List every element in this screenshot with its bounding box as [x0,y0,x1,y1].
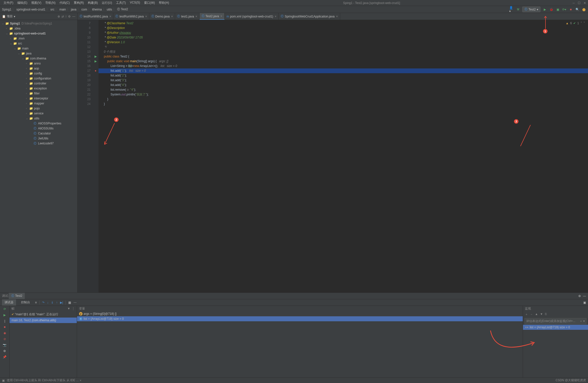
tree-node[interactable]: ›📁anno [0,61,77,66]
tree-node[interactable]: ⌄📁springboot-web-crud1 [0,31,77,36]
variable-row[interactable]: p args = {String[0]@718} [] [77,311,523,316]
watch-row[interactable]: 👓 list = {ArrayList@719} size = 0 [523,325,588,330]
step-into-icon[interactable]: ↓ [47,301,49,304]
breadcrumb-item[interactable]: com [81,8,87,11]
run-config-selector[interactable]: Ⓒ Test2 ▾ [522,6,540,12]
pin-icon[interactable]: 📌 [3,355,7,359]
menu-item[interactable]: 帮助(H) [157,0,171,5]
close-tab-icon[interactable]: × [275,15,276,18]
chevron-up-icon[interactable]: ˄ [580,21,582,25]
menu-item[interactable]: 运行(U) [100,0,114,5]
menu-item[interactable]: 导航(N) [44,0,57,5]
close-tab-icon[interactable]: × [336,15,338,18]
menu-item[interactable]: 代码(C) [58,0,71,5]
chevron-down-icon[interactable]: ˅ [583,21,585,25]
camera-icon[interactable]: 📷 [3,343,7,347]
more-icon[interactable]: ⋮ [72,307,75,310]
copy-icon[interactable]: ⎘ [545,312,547,317]
minimize-icon[interactable]: ─ [572,1,575,5]
project-tree[interactable]: ⌄ 📁 Sping1 D:\IdeaProjects\Sping1 ›📁.ide… [0,20,77,293]
tree-node[interactable]: ›📁.idea [0,26,77,31]
gear-icon[interactable]: ⚙ [578,294,581,298]
menu-item[interactable]: 构建(B) [86,0,99,5]
search-icon[interactable]: 🔍 [575,7,579,12]
breadcrumb-item[interactable]: src [50,8,54,11]
editor-tab[interactable]: Ⓒtest1.java× [175,13,199,20]
threads-icon[interactable]: ≡ [35,301,37,304]
filter-icon[interactable]: ▼ [67,307,70,310]
tree-node[interactable]: ⌄📁utils [0,116,77,121]
watch-expression-input[interactable]: 评估表达式(Enter)或添加监视(Ctrl+... ＋ ▾ [524,318,586,324]
breakpoints-icon[interactable]: ◉ [4,331,6,335]
maximize-icon[interactable]: ☐ [578,1,580,5]
code-area[interactable]: * @ClassName Test2 * @Description * @Aut… [99,20,588,293]
debug-tab-test2[interactable]: Ⓒ Test2 [9,293,25,299]
breadcrumb-item[interactable]: java [71,8,76,11]
step-out-icon[interactable]: ↑ [56,301,58,304]
hammer-icon[interactable]: ⚒ [516,7,520,12]
editor-tab[interactable]: mpom.xml (springboot-web-crud1)× [225,13,279,20]
hide-icon[interactable]: — [583,294,586,298]
tree-root[interactable]: ⌄ 📁 Sping1 D:\IdeaProjects\Sping1 [0,21,77,26]
tree-node[interactable]: ⒸAliOSSUtils [0,126,77,131]
evaluate-icon[interactable]: ▦ [68,301,71,304]
run-icon[interactable]: ▶ [542,7,547,12]
force-step-into-icon[interactable]: ⇓ [51,301,54,304]
more-icon[interactable]: ⋯ [74,301,77,304]
menu-item[interactable]: VCS(S) [128,0,142,5]
settings-icon[interactable]: ⬤ [581,7,586,12]
tree-node[interactable]: ›📁aop [0,66,77,71]
select-opened-icon[interactable]: ⊕ [58,15,60,18]
editor-tab[interactable]: ⒸDemo.java× [149,13,175,20]
close-tab-icon[interactable]: × [196,15,197,18]
editor-tab[interactable]: ⒸtestRunWith2.java× [113,13,149,20]
close-tab-icon[interactable]: × [221,14,222,18]
menu-item[interactable]: 窗口(W) [143,0,156,5]
variable-row[interactable]: ≡ list = {ArrayList@719} size = 0 [77,316,523,321]
breadcrumb-item[interactable]: main [59,8,66,11]
menu-item[interactable]: 文件(F) [2,0,15,5]
breadcrumb-item[interactable]: itheima [92,8,102,11]
console-subtab[interactable]: 控制台 [19,299,33,306]
debugger-subtab[interactable]: 调试器 [2,299,16,306]
tree-node[interactable]: ⌄📁com.itheima [0,56,77,61]
run-to-cursor-icon[interactable]: ▶| [60,301,63,304]
step-over-icon[interactable]: ↷ [42,301,45,304]
tree-node[interactable]: ⒸAliOSSProperties [0,121,77,126]
tree-node[interactable]: ›📁exception [0,86,77,91]
hide-icon[interactable]: — [72,15,75,18]
close-tab-icon[interactable]: × [145,15,147,18]
inspections-widget[interactable]: ▲6 ✔1 ˄ ˅ [565,21,586,25]
tree-node[interactable]: ›📁configuration [0,76,77,81]
coverage-icon[interactable]: ▣ [555,7,560,12]
user-icon[interactable]: 👤▾ [509,7,514,12]
settings-icon[interactable]: ⚙ [3,349,6,353]
tree-node[interactable]: ›📁interceptor [0,96,77,101]
breadcrumb-item[interactable]: utils [107,8,112,11]
editor-tab[interactable]: ⒸSpringbootWebCrud1Application.java× [279,13,340,20]
breadcrumb-item[interactable]: Ⓒ Test2 [117,7,128,11]
tree-node[interactable]: ›📁filter [0,91,77,96]
tree-node[interactable]: ›📁mapper [0,101,77,106]
editor-body[interactable]: 789101112131415161718192021222324 ▶▶● * … [78,20,588,293]
tree-node[interactable]: ›📁.mvn [0,36,77,41]
stop-debug-icon[interactable]: ■ [4,325,6,329]
tree-node[interactable]: ⌄📁main [0,46,77,51]
chevron-down-icon[interactable]: ▾ [14,15,15,18]
pause-icon[interactable]: ‖ [4,319,6,323]
resume-icon[interactable]: ▶ [4,313,6,317]
profile-icon[interactable]: ⟳▾ [562,7,566,12]
tree-node[interactable]: ⒸLeetcode97 [0,141,77,146]
gear-icon[interactable]: ⚙ [68,15,71,18]
layout-icon[interactable]: ▣ [583,301,586,304]
editor-tab[interactable]: ⒸtestRunWith1.java× [78,13,113,20]
collapse-icon[interactable]: ⁞ [66,15,67,18]
tree-node[interactable]: ⌄📁java [0,51,77,56]
tree-node[interactable]: ⒸJwtUtils [0,136,77,141]
tree-node[interactable]: ›📁pojo [0,106,77,111]
menu-item[interactable]: 视图(V) [30,0,43,5]
tree-node[interactable]: ›📁service [0,111,77,116]
debug-icon[interactable]: 🐞 [549,7,553,12]
close-tab-icon[interactable]: × [109,15,111,18]
close-icon[interactable]: ✕ [583,1,586,5]
